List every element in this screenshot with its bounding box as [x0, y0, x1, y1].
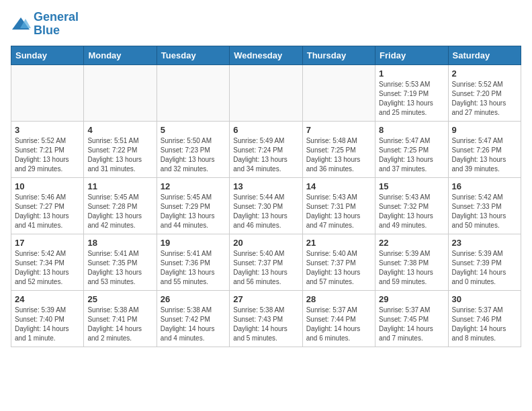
day-info: Sunrise: 5:39 AM Sunset: 7:40 PM Dayligh…: [15, 306, 80, 343]
day-info: Sunrise: 5:50 AM Sunset: 7:23 PM Dayligh…: [161, 136, 226, 174]
calendar-cell: 29Sunrise: 5:37 AM Sunset: 7:45 PM Dayli…: [375, 290, 448, 347]
calendar-cell: 30Sunrise: 5:37 AM Sunset: 7:46 PM Dayli…: [448, 290, 521, 347]
calendar-week-row: 10Sunrise: 5:46 AM Sunset: 7:27 PM Dayli…: [11, 177, 521, 234]
calendar-cell: 28Sunrise: 5:37 AM Sunset: 7:44 PM Dayli…: [302, 290, 375, 347]
calendar-cell: 10Sunrise: 5:46 AM Sunset: 7:27 PM Dayli…: [11, 177, 84, 234]
weekday-header: Tuesday: [157, 46, 229, 64]
day-info: Sunrise: 5:42 AM Sunset: 7:34 PM Dayligh…: [15, 249, 80, 287]
calendar-cell: 27Sunrise: 5:38 AM Sunset: 7:43 PM Dayli…: [230, 290, 302, 347]
day-info: Sunrise: 5:51 AM Sunset: 7:22 PM Dayligh…: [87, 136, 152, 174]
day-info: Sunrise: 5:40 AM Sunset: 7:37 PM Dayligh…: [306, 249, 371, 287]
day-info: Sunrise: 5:45 AM Sunset: 7:29 PM Dayligh…: [161, 193, 226, 230]
day-info: Sunrise: 5:41 AM Sunset: 7:36 PM Dayligh…: [161, 249, 226, 287]
calendar-cell: [230, 64, 302, 121]
calendar-cell: 26Sunrise: 5:38 AM Sunset: 7:42 PM Dayli…: [157, 290, 229, 347]
day-info: Sunrise: 5:38 AM Sunset: 7:42 PM Dayligh…: [161, 306, 226, 343]
day-number: 10: [15, 181, 80, 191]
calendar-cell: 17Sunrise: 5:42 AM Sunset: 7:34 PM Dayli…: [11, 234, 84, 290]
calendar-cell: 6Sunrise: 5:49 AM Sunset: 7:24 PM Daylig…: [230, 121, 302, 177]
day-number: 22: [379, 238, 444, 248]
weekday-header: Monday: [84, 46, 157, 64]
day-info: Sunrise: 5:42 AM Sunset: 7:33 PM Dayligh…: [452, 193, 517, 230]
day-info: Sunrise: 5:37 AM Sunset: 7:45 PM Dayligh…: [379, 306, 444, 343]
day-number: 27: [233, 294, 298, 304]
weekday-header: Thursday: [302, 46, 375, 64]
calendar-cell: 2Sunrise: 5:52 AM Sunset: 7:20 PM Daylig…: [448, 64, 521, 121]
calendar-cell: 15Sunrise: 5:43 AM Sunset: 7:32 PM Dayli…: [375, 177, 448, 234]
day-number: 13: [233, 181, 298, 191]
day-info: Sunrise: 5:48 AM Sunset: 7:25 PM Dayligh…: [306, 136, 371, 174]
day-info: Sunrise: 5:37 AM Sunset: 7:46 PM Dayligh…: [452, 306, 517, 343]
day-number: 5: [161, 125, 226, 135]
day-info: Sunrise: 5:52 AM Sunset: 7:21 PM Dayligh…: [15, 136, 80, 174]
calendar-cell: [157, 64, 229, 121]
day-number: 12: [161, 181, 226, 191]
calendar-cell: [11, 64, 84, 121]
weekday-header: Saturday: [448, 46, 521, 64]
calendar-cell: 5Sunrise: 5:50 AM Sunset: 7:23 PM Daylig…: [157, 121, 229, 177]
calendar-cell: 13Sunrise: 5:44 AM Sunset: 7:30 PM Dayli…: [230, 177, 302, 234]
logo-text: General Blue: [34, 11, 79, 38]
day-number: 29: [379, 294, 444, 304]
day-info: Sunrise: 5:38 AM Sunset: 7:43 PM Dayligh…: [233, 306, 298, 343]
day-info: Sunrise: 5:46 AM Sunset: 7:27 PM Dayligh…: [15, 193, 80, 230]
day-info: Sunrise: 5:52 AM Sunset: 7:20 PM Dayligh…: [452, 80, 517, 118]
weekday-header: Friday: [375, 46, 448, 64]
day-number: 2: [452, 68, 517, 79]
day-number: 25: [87, 294, 152, 304]
day-number: 7: [306, 125, 371, 135]
calendar-cell: 1Sunrise: 5:53 AM Sunset: 7:19 PM Daylig…: [375, 64, 448, 121]
calendar-cell: 18Sunrise: 5:41 AM Sunset: 7:35 PM Dayli…: [84, 234, 157, 290]
calendar-cell: 8Sunrise: 5:47 AM Sunset: 7:25 PM Daylig…: [375, 121, 448, 177]
calendar-cell: [84, 64, 157, 121]
day-info: Sunrise: 5:41 AM Sunset: 7:35 PM Dayligh…: [87, 249, 152, 287]
logo: General Blue: [11, 11, 79, 38]
calendar-cell: 4Sunrise: 5:51 AM Sunset: 7:22 PM Daylig…: [84, 121, 157, 177]
day-info: Sunrise: 5:38 AM Sunset: 7:41 PM Dayligh…: [87, 306, 152, 343]
day-info: Sunrise: 5:40 AM Sunset: 7:37 PM Dayligh…: [233, 249, 298, 287]
day-number: 15: [379, 181, 444, 191]
calendar: SundayMondayTuesdayWednesdayThursdayFrid…: [11, 46, 521, 347]
day-info: Sunrise: 5:49 AM Sunset: 7:24 PM Dayligh…: [233, 136, 298, 174]
day-info: Sunrise: 5:47 AM Sunset: 7:25 PM Dayligh…: [379, 136, 444, 174]
day-number: 4: [87, 125, 152, 135]
day-number: 19: [161, 238, 226, 248]
calendar-cell: 7Sunrise: 5:48 AM Sunset: 7:25 PM Daylig…: [302, 121, 375, 177]
logo-icon: [11, 16, 31, 32]
calendar-cell: 16Sunrise: 5:42 AM Sunset: 7:33 PM Dayli…: [448, 177, 521, 234]
weekday-header: Sunday: [11, 46, 84, 64]
page-header: General Blue: [11, 11, 521, 38]
day-number: 24: [15, 294, 80, 304]
day-number: 16: [452, 181, 517, 191]
calendar-cell: 14Sunrise: 5:43 AM Sunset: 7:31 PM Dayli…: [302, 177, 375, 234]
calendar-cell: 20Sunrise: 5:40 AM Sunset: 7:37 PM Dayli…: [230, 234, 302, 290]
day-number: 30: [452, 294, 517, 304]
day-info: Sunrise: 5:43 AM Sunset: 7:31 PM Dayligh…: [306, 193, 371, 230]
calendar-cell: 12Sunrise: 5:45 AM Sunset: 7:29 PM Dayli…: [157, 177, 229, 234]
calendar-cell: 19Sunrise: 5:41 AM Sunset: 7:36 PM Dayli…: [157, 234, 229, 290]
day-info: Sunrise: 5:37 AM Sunset: 7:44 PM Dayligh…: [306, 306, 371, 343]
calendar-cell: 24Sunrise: 5:39 AM Sunset: 7:40 PM Dayli…: [11, 290, 84, 347]
day-number: 20: [233, 238, 298, 248]
day-info: Sunrise: 5:53 AM Sunset: 7:19 PM Dayligh…: [379, 80, 444, 118]
calendar-week-row: 1Sunrise: 5:53 AM Sunset: 7:19 PM Daylig…: [11, 64, 521, 121]
day-info: Sunrise: 5:39 AM Sunset: 7:39 PM Dayligh…: [452, 249, 517, 287]
calendar-cell: 11Sunrise: 5:45 AM Sunset: 7:28 PM Dayli…: [84, 177, 157, 234]
calendar-week-row: 24Sunrise: 5:39 AM Sunset: 7:40 PM Dayli…: [11, 290, 521, 347]
day-number: 14: [306, 181, 371, 191]
day-number: 1: [379, 68, 444, 79]
day-number: 18: [87, 238, 152, 248]
day-number: 9: [452, 125, 517, 135]
calendar-cell: 21Sunrise: 5:40 AM Sunset: 7:37 PM Dayli…: [302, 234, 375, 290]
calendar-cell: 23Sunrise: 5:39 AM Sunset: 7:39 PM Dayli…: [448, 234, 521, 290]
day-info: Sunrise: 5:44 AM Sunset: 7:30 PM Dayligh…: [233, 193, 298, 230]
day-number: 28: [306, 294, 371, 304]
calendar-header-row: SundayMondayTuesdayWednesdayThursdayFrid…: [11, 46, 521, 64]
day-number: 23: [452, 238, 517, 248]
day-number: 3: [15, 125, 80, 135]
day-info: Sunrise: 5:47 AM Sunset: 7:26 PM Dayligh…: [452, 136, 517, 174]
day-number: 6: [233, 125, 298, 135]
day-number: 21: [306, 238, 371, 248]
calendar-cell: 9Sunrise: 5:47 AM Sunset: 7:26 PM Daylig…: [448, 121, 521, 177]
weekday-header: Wednesday: [230, 46, 302, 64]
